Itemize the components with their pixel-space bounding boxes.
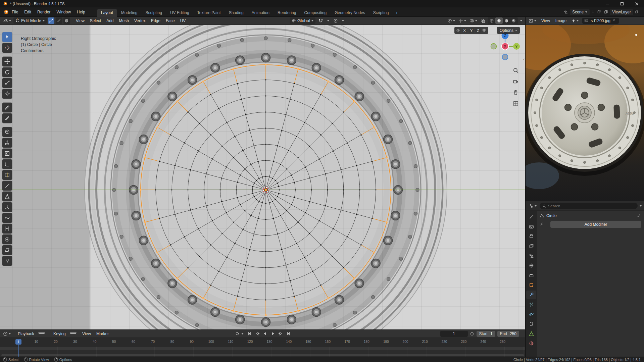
properties-tab-tool[interactable] [526, 213, 536, 221]
properties-search[interactable] [540, 203, 638, 209]
image-pin-button[interactable] [571, 18, 580, 23]
shading-dropdown[interactable] [519, 20, 523, 22]
shading-wireframe-button[interactable] [488, 17, 495, 24]
timeline-scrollbar[interactable] [1, 354, 524, 356]
current-frame-field[interactable]: 1 [440, 331, 468, 337]
axis-neg-y-ball[interactable] [491, 44, 497, 49]
mirror-z-button[interactable]: Z [475, 28, 481, 33]
tool-shear-button[interactable] [2, 245, 12, 255]
properties-tab-constraints[interactable] [526, 320, 536, 328]
tool-extrude-button[interactable] [2, 138, 12, 148]
breadcrumb-object-name[interactable]: Circle [546, 213, 557, 218]
gizmos-dropdown[interactable] [457, 18, 467, 23]
tool-spin-button[interactable] [2, 202, 12, 212]
menu-face[interactable]: Face [163, 18, 178, 24]
blender-menu-icon[interactable] [3, 9, 9, 15]
tool-cursor-button[interactable] [2, 43, 12, 53]
pan-view-icon[interactable] [512, 89, 520, 97]
reference-image[interactable]: AMG [526, 25, 644, 201]
properties-tab-scene[interactable] [526, 252, 536, 260]
menu-vertex[interactable]: Vertex [132, 18, 148, 24]
sidebar-toggle-arrow[interactable]: ‹ [523, 57, 525, 61]
properties-tab-collection[interactable] [526, 271, 536, 279]
copy-scene-icon[interactable] [597, 10, 602, 14]
face-select-button[interactable] [63, 17, 70, 24]
start-frame-field[interactable]: Start1 [477, 331, 495, 337]
vertex-select-button[interactable] [48, 17, 54, 24]
tool-edge-slide-button[interactable] [2, 224, 12, 234]
properties-tab-material[interactable] [526, 339, 536, 348]
tool-loop-cut-button[interactable] [2, 170, 12, 180]
properties-tab-particles[interactable] [526, 300, 536, 309]
proportional-edit-dropdown[interactable] [341, 20, 345, 22]
properties-tab-physics[interactable] [526, 310, 536, 318]
play-button[interactable] [269, 331, 276, 337]
menu-render[interactable]: Render [34, 8, 53, 16]
edge-select-button[interactable] [56, 17, 62, 24]
tool-annotate-button[interactable] [2, 103, 12, 112]
mirror-x-button[interactable]: X [462, 28, 467, 33]
timeline-ruler[interactable]: 1020304050607080901001101201301401501601… [0, 338, 525, 347]
tool-transform-button[interactable] [2, 89, 12, 99]
tool-rip-button[interactable] [2, 256, 12, 266]
image-datablock-field[interactable]: s-l1200.jpg [582, 18, 619, 24]
editor-type-button[interactable] [2, 18, 12, 23]
properties-tab-modifiers[interactable] [526, 291, 536, 299]
jump-to-start-button[interactable] [246, 331, 253, 337]
snap-settings-dropdown[interactable] [326, 20, 330, 22]
timeline-editor-type-button[interactable] [2, 331, 12, 337]
minimize-button[interactable] [600, 0, 614, 7]
pin-scene-icon[interactable] [591, 10, 596, 14]
camera-view-icon[interactable] [512, 77, 520, 86]
menu-select[interactable]: Select [87, 18, 104, 24]
menu-help[interactable]: Help [74, 8, 88, 16]
preview-range-icon[interactable] [470, 331, 475, 336]
menu-window[interactable]: Window [53, 8, 74, 16]
tab-rendering[interactable]: Rendering [274, 9, 300, 17]
mirror-y-button[interactable]: Y [468, 28, 474, 33]
menu-file[interactable]: File [9, 8, 21, 16]
shading-rendered-button[interactable] [510, 17, 517, 24]
menu-edit[interactable]: Edit [21, 8, 34, 16]
end-frame-field[interactable]: End250 [497, 331, 519, 337]
properties-tab-object[interactable] [526, 281, 536, 289]
menu-mesh[interactable]: Mesh [116, 18, 132, 24]
proportional-edit-button[interactable] [332, 18, 339, 23]
snap-grid-icon[interactable] [482, 28, 487, 33]
viewport-3d[interactable]: Right Orthographic (1) Circle | Circle C… [0, 25, 525, 329]
tool-tweak-button[interactable] [2, 32, 12, 42]
auto-keying-button[interactable] [234, 331, 241, 337]
viewport-canvas[interactable] [0, 25, 525, 329]
menu-marker[interactable]: Marker [94, 331, 111, 337]
copy-viewlayer-icon[interactable] [635, 10, 639, 14]
properties-tab-world[interactable] [526, 261, 536, 270]
timeline-body[interactable]: 1020304050607080901001101201301401501601… [0, 338, 525, 357]
jump-to-end-button[interactable] [285, 331, 292, 337]
tab-sculpting[interactable]: Sculpting [142, 9, 166, 17]
axis-neg-z-ball[interactable] [502, 54, 508, 60]
add-modifier-button[interactable]: Add Modifier [550, 221, 641, 228]
shading-solid-button[interactable] [495, 17, 503, 24]
tool-move-button[interactable] [2, 57, 12, 66]
toggle-xray-button[interactable] [480, 18, 486, 23]
menu-edge[interactable]: Edge [148, 18, 163, 24]
viewport-options-dropdown[interactable]: Options [497, 27, 520, 34]
tool-shrink-fatten-button[interactable] [2, 235, 12, 244]
tab-uv-editing[interactable]: UV Editing [166, 9, 193, 17]
perspective-toggle-icon[interactable] [512, 100, 520, 108]
shading-material-button[interactable] [503, 17, 510, 24]
play-reverse-button[interactable] [261, 331, 268, 337]
properties-tab-render[interactable] [526, 222, 536, 231]
tab-shading[interactable]: Shading [225, 9, 248, 17]
menu-ie-view[interactable]: View [539, 18, 553, 24]
menu-keying[interactable]: Keying [48, 331, 80, 337]
tab-compositing[interactable]: Compositing [300, 9, 331, 17]
tab-geometry-nodes[interactable]: Geometry Nodes [331, 9, 369, 17]
tool-bevel-button[interactable] [2, 159, 12, 169]
properties-tab-object-data[interactable] [526, 329, 536, 338]
object-types-visibility-dropdown[interactable] [446, 18, 456, 23]
scene-field[interactable]: Scene [570, 9, 590, 15]
snap-toggle-button[interactable] [317, 18, 324, 23]
unlink-image-button[interactable] [612, 18, 617, 23]
tool-measure-button[interactable] [2, 113, 12, 123]
